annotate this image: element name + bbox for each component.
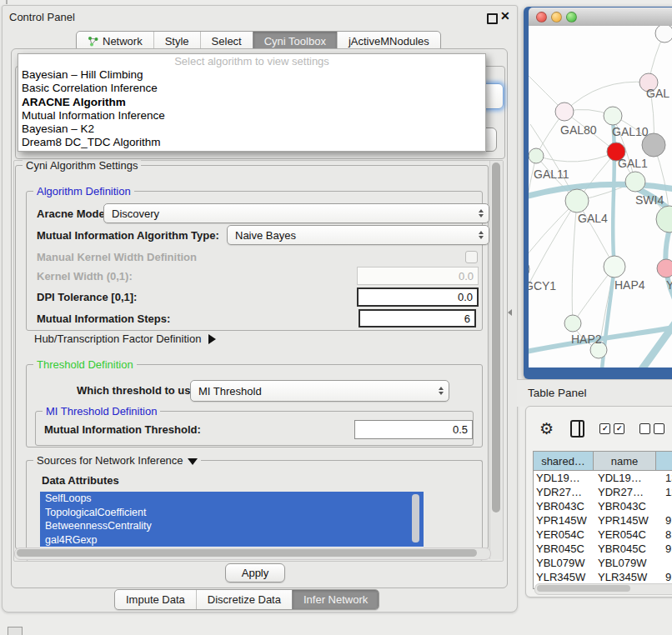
kernel-width-input[interactable] xyxy=(357,267,479,285)
aracne-mode-combo[interactable]: Discovery xyxy=(103,203,489,223)
kernel-width-label: Kernel Width (0,1): xyxy=(37,270,133,282)
node-label: GAL80 xyxy=(560,123,597,137)
tab-impute-data[interactable]: Impute Data xyxy=(115,590,196,609)
tab-label: Select xyxy=(212,35,242,48)
tab-infer-network[interactable]: Infer Network xyxy=(292,590,379,609)
minimize-traffic-light[interactable] xyxy=(551,12,562,22)
node-label: HAP2 xyxy=(571,332,602,346)
node-label: GAL10 xyxy=(612,125,649,138)
table-cell: YER054C xyxy=(596,528,660,542)
network-node[interactable] xyxy=(529,148,544,163)
gear-icon[interactable]: ⚙ xyxy=(539,421,554,437)
table-row[interactable]: YLR345WYLR345W9. xyxy=(534,570,672,584)
table-cell: 13 xyxy=(660,471,672,485)
spinner-arrows-icon xyxy=(439,386,444,396)
dpi-tolerance-input[interactable] xyxy=(357,288,479,307)
network-node[interactable] xyxy=(657,259,672,278)
control-panel-window: Control Panel ✕ NetworkStyleSelectCyni T… xyxy=(2,5,518,612)
table-cell: 9. xyxy=(660,570,672,584)
horizontal-scrollbar-thumb[interactable] xyxy=(17,549,477,557)
table-cell: YDR27… xyxy=(534,485,596,499)
table-row[interactable]: YPR145WYPR145W9. xyxy=(534,513,672,528)
dropdown-item-aracne-algorithm[interactable]: ARACNE Algorithm xyxy=(18,96,485,109)
spinner-arrows-icon xyxy=(479,230,484,240)
table-scrollbar-thumb[interactable] xyxy=(537,585,630,592)
control-panel-title: Control Panel xyxy=(9,11,75,23)
dropdown-item-dream8-dc-tdc-algorithm[interactable]: Dream8 DC_TDC Algorithm xyxy=(18,136,485,149)
table-panel-titlebar: Table Panel xyxy=(517,379,672,407)
network-node[interactable] xyxy=(565,189,589,212)
table-cell: YBL079W xyxy=(596,556,660,570)
network-canvas[interactable]: GALGAL80GAL10GAL1GAL11SWI4GAL4GCY1HAP4YH… xyxy=(529,26,672,368)
horizontal-scrollbar[interactable] xyxy=(14,548,491,560)
table-row[interactable]: YER054CYER054C8. xyxy=(534,528,672,542)
expanded-arrow-icon[interactable] xyxy=(188,458,198,465)
select-all-icon[interactable]: ✓✓ xyxy=(599,423,624,434)
list-scrollbar-thumb[interactable] xyxy=(412,494,419,542)
table-cell: YDL19… xyxy=(596,471,660,485)
table-row[interactable]: YBL079WYBL079W xyxy=(534,556,672,570)
network-node[interactable] xyxy=(604,107,622,125)
panel-splitter-handle[interactable] xyxy=(508,309,512,316)
table-row[interactable]: YBR045CYBR045C9. xyxy=(534,542,672,556)
table-row[interactable]: YDR27…YDR27…12 xyxy=(534,485,672,499)
network-node[interactable] xyxy=(555,102,574,121)
collapsed-arrow-icon xyxy=(208,334,216,344)
which-threshold-combo[interactable]: MI Threshold xyxy=(190,380,449,402)
hub-definition-toggle[interactable]: Hub/Transcription Factor Definition xyxy=(34,332,216,345)
table-cell: 9. xyxy=(660,542,672,556)
table-row[interactable]: YDL19…YDL19…13 xyxy=(534,471,672,485)
column-header-shared[interactable]: shared… xyxy=(534,452,594,470)
dropdown-item-bayesian-k2[interactable]: Bayesian – K2 xyxy=(18,122,485,136)
network-node[interactable] xyxy=(656,206,672,232)
mi-type-combo[interactable]: Naive Bayes xyxy=(227,225,489,245)
zoom-traffic-light[interactable] xyxy=(566,12,577,22)
tab-label: Network xyxy=(103,35,143,48)
dropdown-item-mutual-information-inference[interactable]: Mutual Information Inference xyxy=(18,109,485,122)
network-node[interactable] xyxy=(529,259,529,279)
tab-label: jActiveMNodules xyxy=(349,35,429,48)
spinner-arrows-icon xyxy=(479,208,484,218)
collapsed-widget[interactable] xyxy=(8,627,23,635)
close-traffic-light[interactable] xyxy=(536,12,547,22)
network-node[interactable] xyxy=(604,256,625,278)
mi-steps-input[interactable] xyxy=(359,309,476,328)
attribute-item-gal4rgexp[interactable]: gal4RGexp xyxy=(40,533,424,548)
network-node[interactable] xyxy=(564,315,581,332)
mi-threshold-group: MI Threshold Definition Mutual Informati… xyxy=(35,411,474,446)
table-horizontal-scrollbar[interactable] xyxy=(534,583,672,595)
table-cell: YDR27… xyxy=(596,485,660,499)
column-header-name[interactable]: name xyxy=(594,452,656,470)
mi-threshold-input[interactable] xyxy=(354,420,473,439)
bottom-tab-bar: Impute DataDiscretize DataInfer Network xyxy=(114,589,379,610)
close-icon[interactable]: ✕ xyxy=(500,9,510,22)
float-window-icon[interactable] xyxy=(487,13,498,24)
apply-button[interactable]: Apply xyxy=(225,563,285,582)
node-label: GAL1 xyxy=(618,157,648,170)
attribute-item-topologicalcoefficient[interactable]: TopologicalCoefficient xyxy=(40,506,424,520)
table-panel-title: Table Panel xyxy=(528,380,587,407)
column-header-col3[interactable] xyxy=(656,452,672,470)
dropdown-item-basic-correlation-inference[interactable]: Basic Correlation Inference xyxy=(18,82,485,95)
mi-threshold-group-title: MI Threshold Definition xyxy=(43,405,160,418)
network-node[interactable] xyxy=(625,172,645,192)
manual-kernel-checkbox[interactable] xyxy=(465,251,478,263)
table-cell: YPR145W xyxy=(534,513,596,528)
network-window-titlebar[interactable] xyxy=(529,8,672,27)
attribute-item-selfloops[interactable]: SelfLoops xyxy=(40,492,424,506)
vertical-scrollbar[interactable] xyxy=(489,161,503,559)
table-cell xyxy=(660,556,672,570)
dropdown-item-bayesian-hill-climbing[interactable]: Bayesian – Hill Climbing xyxy=(18,68,485,82)
table-cell: YER054C xyxy=(534,528,596,542)
tab-discretize-data[interactable]: Discretize Data xyxy=(196,590,292,609)
node-label: GCY1 xyxy=(529,279,556,292)
data-attributes-label: Data Attributes xyxy=(42,474,119,487)
algorithm-definition-title: Algorithm Definition xyxy=(33,185,134,198)
network-node[interactable] xyxy=(655,26,672,42)
columns-icon[interactable] xyxy=(570,420,584,438)
attribute-item-betweennesscentrality[interactable]: BetweennessCentrality xyxy=(40,519,424,533)
table-row[interactable]: YBR043CYBR043C xyxy=(534,499,672,513)
deselect-all-icon[interactable] xyxy=(639,423,664,434)
vertical-scrollbar-thumb[interactable] xyxy=(492,162,500,512)
tab-label: Infer Network xyxy=(303,593,368,606)
